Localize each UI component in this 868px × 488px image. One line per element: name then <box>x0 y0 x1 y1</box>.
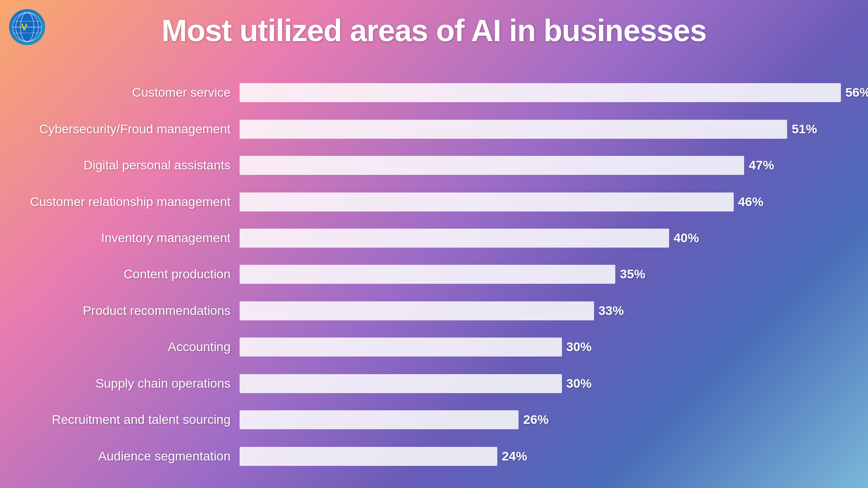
bar-label: Customer relationship management <box>9 195 240 209</box>
bar-track: 47% <box>240 156 841 175</box>
logo: V <box>9 9 45 45</box>
bar-label: Recruitment and talent sourcing <box>9 413 240 427</box>
bar-track: 51% <box>240 120 841 139</box>
main-title: Most utilized areas of AI in businesses <box>0 13 868 48</box>
bar-label: Content production <box>9 267 240 282</box>
bar-track: 46% <box>240 192 841 211</box>
bar-track: 26% <box>240 410 841 429</box>
bar-row: Recruitment and talent sourcing26% <box>9 408 841 432</box>
bar-row: Audience segmentation24% <box>9 445 841 468</box>
bar-value: 47% <box>749 158 774 173</box>
bar-fill <box>240 229 669 248</box>
bar-track: 35% <box>240 265 841 284</box>
bar-value: 24% <box>502 449 527 464</box>
bar-row: Content production35% <box>9 263 841 286</box>
bar-fill <box>240 120 787 139</box>
bar-track: 30% <box>240 338 841 357</box>
bar-value: 56% <box>845 85 868 100</box>
bar-label: Customer service <box>9 85 240 100</box>
bar-value: 30% <box>566 340 592 354</box>
bar-row: Accounting30% <box>9 335 841 359</box>
bar-track: 33% <box>240 301 841 320</box>
bar-label: Supply chain operations <box>9 376 240 391</box>
svg-text:V: V <box>21 22 28 32</box>
bar-fill <box>240 374 562 393</box>
bar-fill <box>240 156 744 175</box>
bar-track: 30% <box>240 374 841 393</box>
bar-fill <box>240 192 734 211</box>
bar-label: Audience segmentation <box>9 449 240 464</box>
chart-title-container: Most utilized areas of AI in businesses <box>0 0 868 48</box>
bar-row: Customer relationship management46% <box>9 190 841 214</box>
bar-row: Product recommendations33% <box>9 299 841 323</box>
bar-fill <box>240 410 519 429</box>
bar-label: Digital personal assistants <box>9 158 240 173</box>
bar-fill <box>240 301 594 320</box>
bar-value: 40% <box>674 231 699 245</box>
bar-fill <box>240 83 841 102</box>
bar-label: Accounting <box>9 340 240 354</box>
bar-label: Product recommendations <box>9 304 240 318</box>
bar-value: 46% <box>738 195 764 209</box>
bar-value: 35% <box>620 267 645 282</box>
bar-row: Cybersecurity/Froud management51% <box>9 117 841 141</box>
bar-value: 51% <box>792 122 817 136</box>
bar-row: Customer service56% <box>9 81 841 104</box>
bar-chart: Customer service56%Cybersecurity/Froud m… <box>0 70 868 479</box>
bar-value: 26% <box>524 413 549 427</box>
bar-fill <box>240 265 615 284</box>
bar-value: 33% <box>599 304 624 318</box>
bar-track: 24% <box>240 447 841 466</box>
bar-track: 40% <box>240 229 841 248</box>
bar-row: Supply chain operations30% <box>9 372 841 395</box>
bar-label: Inventory management <box>9 231 240 245</box>
bar-label: Cybersecurity/Froud management <box>9 122 240 136</box>
bar-track: 56% <box>240 83 841 102</box>
bar-fill <box>240 338 562 357</box>
bar-row: Inventory management40% <box>9 226 841 250</box>
bar-fill <box>240 447 497 466</box>
bar-row: Digital personal assistants47% <box>9 154 841 177</box>
bar-value: 30% <box>566 376 592 391</box>
